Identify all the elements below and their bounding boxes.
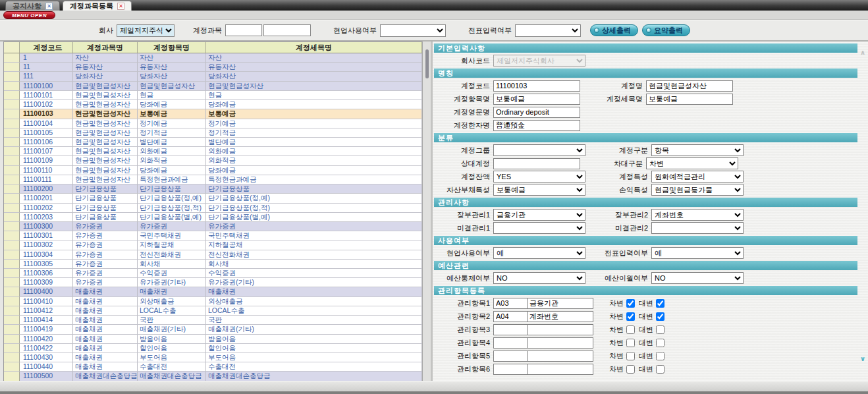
mgmt-item-name-input[interactable] <box>528 298 593 309</box>
credit-checkbox[interactable] <box>656 339 665 347</box>
row-selector-cell[interactable] <box>4 156 20 165</box>
account-hanja-input[interactable] <box>493 120 580 131</box>
table-scrollbar[interactable] <box>422 42 431 381</box>
header-account-name[interactable]: 계정과목명 <box>73 42 138 53</box>
company-code-select[interactable]: 제일저지주식회사 <box>493 55 585 67</box>
row-selector-cell[interactable] <box>4 175 20 184</box>
table-row[interactable]: 11100301유가증권국민주택채권국민주택채권 <box>4 231 422 240</box>
row-selector-cell[interactable] <box>4 353 20 362</box>
table-row[interactable]: 11100104현금및현금성자산정기예금정기예금 <box>4 119 422 128</box>
row-selector-cell[interactable] <box>4 72 20 81</box>
table-row[interactable]: 11100304유가증권전신전화채권전신전화채권 <box>4 250 422 260</box>
detail-print-button[interactable]: 상세출력 <box>590 24 638 36</box>
row-selector-cell[interactable] <box>4 316 20 325</box>
slip-entry-filter-select[interactable] <box>515 24 581 37</box>
table-row[interactable]: 11100100현금및현금성자산현금및현금성자산현금및현금성자산 <box>4 82 422 91</box>
table-row[interactable]: 11100102현금및현금성자산당좌예금당좌예금 <box>4 100 422 109</box>
header-account-item[interactable]: 계정항목명 <box>138 42 206 53</box>
table-row[interactable]: 11100419매출채권매출채권(기타)매출채권(기타) <box>4 325 422 334</box>
mgmt-item-code-input[interactable] <box>493 324 528 335</box>
panel-scroll-down-icon[interactable]: ∨ <box>860 356 865 362</box>
table-row[interactable]: 11100203단기금융상품단기금융상품(별,예)단기금융상품(별,예) <box>4 213 422 222</box>
field-use-filter-select[interactable] <box>380 24 446 37</box>
debit-checkbox[interactable] <box>626 325 635 334</box>
row-selector-cell[interactable] <box>4 260 20 269</box>
row-selector-cell[interactable] <box>4 100 20 109</box>
table-row[interactable]: 11100103현금및현금성자산보통예금보통예금 <box>4 109 422 119</box>
table-row[interactable]: 11100202단기금융상품단기금융상품(정,적)단기금융상품(정,적) <box>4 204 422 213</box>
account-balance-select[interactable]: YES <box>493 171 585 183</box>
row-selector-cell[interactable] <box>4 278 20 287</box>
credit-checkbox[interactable] <box>656 352 665 360</box>
row-selector-cell[interactable] <box>4 250 20 260</box>
table-row[interactable]: 11100109현금및현금성자산외화적금외화적금 <box>4 156 422 165</box>
counter-account-input[interactable] <box>493 158 580 169</box>
mgmt-item-code-input[interactable] <box>493 298 528 309</box>
row-selector-cell[interactable] <box>4 204 20 213</box>
table-row[interactable]: 11100302유가증권지하철공채지하철공채 <box>4 240 422 250</box>
row-selector-cell[interactable] <box>4 344 20 353</box>
row-selector-cell[interactable] <box>4 335 20 344</box>
row-selector-cell[interactable] <box>4 325 20 334</box>
account-item-input[interactable] <box>493 94 580 105</box>
pending-mgmt2-select[interactable] <box>651 222 744 234</box>
table-row[interactable]: 11100305유가증권회사채회사채 <box>4 260 422 269</box>
row-selector-cell[interactable] <box>4 240 20 250</box>
row-selector-cell[interactable] <box>4 119 20 128</box>
row-selector-cell[interactable] <box>4 147 20 156</box>
debit-checkbox[interactable] <box>626 339 635 347</box>
asset-liability-trait-select[interactable]: 보통예금 <box>493 184 585 196</box>
table-row[interactable]: 1자산자산자산 <box>4 53 422 63</box>
table-scrollbar-thumb[interactable] <box>425 49 429 78</box>
table-row[interactable]: 11100111현금및현금성자산특정현금과예금특정현금과예금 <box>4 175 422 184</box>
debit-checkbox[interactable] <box>626 299 635 308</box>
table-row[interactable]: 11100422매출채권할인어음할인어음 <box>4 344 422 353</box>
close-icon[interactable]: ✕ <box>117 3 124 10</box>
credit-checkbox[interactable] <box>656 312 665 321</box>
pending-mgmt1-select[interactable] <box>493 222 585 234</box>
row-selector-cell[interactable] <box>4 231 20 240</box>
book-mgmt1-select[interactable]: 금융기관 <box>493 209 585 221</box>
table-row[interactable]: 11100106현금및현금성자산별단예금별단예금 <box>4 138 422 147</box>
row-selector-cell[interactable] <box>4 194 20 203</box>
panel-scroll-up-icon[interactable]: ∧ <box>860 49 865 56</box>
row-selector-cell[interactable] <box>4 166 20 175</box>
credit-checkbox[interactable] <box>656 325 665 334</box>
budget-control-select[interactable]: NO <box>493 272 585 284</box>
account-name-input[interactable] <box>646 80 733 92</box>
table-row[interactable]: 11100105현금및현금성자산정기적금정기적금 <box>4 128 422 138</box>
credit-checkbox[interactable] <box>656 365 665 374</box>
table-row[interactable]: 11100306유가증권수익증권수익증권 <box>4 269 422 278</box>
header-account-code[interactable]: 계정코드 <box>20 42 73 53</box>
table-row[interactable]: 11100101현금및현금성자산현금현금 <box>4 91 422 100</box>
account-code-filter-input[interactable] <box>225 24 262 36</box>
account-code-input[interactable] <box>493 80 580 92</box>
debit-checkbox[interactable] <box>626 352 635 360</box>
row-selector-cell[interactable] <box>4 222 20 231</box>
table-row[interactable]: 11100300유가증권유가증권유가증권 <box>4 222 422 231</box>
account-division-select[interactable]: 항목 <box>651 144 744 156</box>
table-row[interactable]: 11100412매출채권LOCAL수출LOCAL수출 <box>4 306 422 316</box>
company-filter-select[interactable]: 제일저지주식회사 <box>117 24 175 37</box>
table-row[interactable]: 11100107현금및현금성자산외화예금외화예금 <box>4 147 422 156</box>
table-row[interactable]: 11100420매출채권받을어음받을어음 <box>4 335 422 344</box>
table-row[interactable]: 111당좌자산당좌자산당좌자산 <box>4 72 422 81</box>
debit-credit-division-select[interactable]: 차변 <box>646 157 738 169</box>
table-row[interactable]: 11100410매출채권외상매출금외상매출금 <box>4 297 422 306</box>
row-selector-cell[interactable] <box>4 53 20 63</box>
table-row[interactable]: 11100200단기금융상품단기금융상품단기금융상품 <box>4 184 422 194</box>
tab-notice[interactable]: 공지사항 ✕ <box>5 1 60 11</box>
tab-account-registration[interactable]: 계정과목등록 ✕ <box>63 1 132 11</box>
account-detail-input[interactable] <box>646 94 733 105</box>
row-selector-cell[interactable] <box>4 269 20 278</box>
table-row[interactable]: 11100414매출채권국판국판 <box>4 316 422 325</box>
table-row[interactable]: 11100440매출채권수출대전수출대전 <box>4 362 422 372</box>
field-use-select[interactable]: 예 <box>493 247 585 259</box>
row-selector-cell[interactable] <box>4 109 20 119</box>
row-selector-cell[interactable] <box>4 306 20 316</box>
mgmt-item-code-input[interactable] <box>493 364 528 375</box>
debit-checkbox[interactable] <box>626 365 635 374</box>
row-selector-cell[interactable] <box>4 297 20 306</box>
row-selector-cell[interactable] <box>4 63 20 72</box>
table-row[interactable]: 11100500매출채권대손충당금매출채권대손충당금매출채권대손충당금 <box>4 372 422 381</box>
